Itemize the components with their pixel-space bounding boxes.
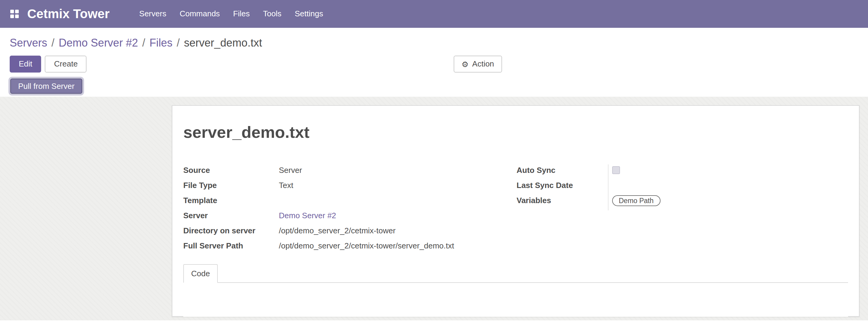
field-row-source: SourceServer [183,164,517,176]
nav-item-tools[interactable]: Tools [256,0,288,28]
field-group-right: Auto SyncLast Sync DateVariablesDemo Pat… [517,164,848,255]
field-row-last-sync-date: Last Sync Date [517,180,848,191]
field-label-auto-sync: Auto Sync [517,164,612,176]
breadcrumb-servers[interactable]: Servers [10,37,47,49]
field-label-directory-on-server: Directory on server [183,225,279,236]
button-row: Edit Create ⚙ Action [10,56,858,72]
nav-item-servers[interactable]: Servers [132,0,173,28]
pull-row: Pull from Server [10,78,858,94]
content-area: server_demo.txt SourceServerFile TypeTex… [0,97,868,320]
field-value-source: Server [279,164,517,176]
tab-bar: Code [183,264,848,283]
field-row-directory-on-server: Directory on server/opt/demo_server_2/ce… [183,225,517,236]
field-label-file-type: File Type [183,180,279,191]
control-panel: Servers/Demo Server #2/Files/server_demo… [0,28,868,97]
field-value-template [279,195,517,206]
form-sheet: server_demo.txt SourceServerFile TypeTex… [172,105,860,317]
field-row-template: Template [183,195,517,206]
field-row-full-server-path: Full Server Path/opt/demo_server_2/cetmi… [183,240,517,252]
field-row-file-type: File TypeText [183,180,517,191]
field-label-server: Server [183,210,279,221]
breadcrumb-separator: / [173,37,184,49]
field-groups: SourceServerFile TypeTextTemplateServerD… [183,164,848,255]
gear-icon: ⚙ [462,60,468,68]
tab-code[interactable]: Code [183,264,218,283]
create-button[interactable]: Create [45,56,87,72]
field-value-file-type: Text [279,180,517,191]
breadcrumb-separator: / [138,37,149,49]
nav-item-commands[interactable]: Commands [173,0,226,28]
field-value-full-server-path: /opt/demo_server_2/cetmix-tower/server_d… [279,240,517,252]
apps-menu-icon[interactable] [10,10,19,18]
field-value-server[interactable]: Demo Server #2 [279,210,517,221]
breadcrumb: Servers/Demo Server #2/Files/server_demo… [10,36,858,50]
app-window: Cetmix Tower ServersCommandsFilesToolsSe… [0,0,868,324]
navbar-menu: ServersCommandsFilesToolsSettings [132,0,330,28]
action-button[interactable]: ⚙ Action [454,56,502,72]
breadcrumb-files[interactable]: Files [149,37,173,49]
breadcrumb-demo-server-2[interactable]: Demo Server #2 [59,37,138,49]
auto-sync-checkbox[interactable] [612,166,620,174]
notebook: Code [183,264,848,317]
field-value-auto-sync [612,164,848,176]
pull-from-server-button[interactable]: Pull from Server [10,78,82,94]
top-navbar: Cetmix Tower ServersCommandsFilesToolsSe… [0,0,868,28]
column-divider [608,164,609,210]
field-label-template: Template [183,195,279,206]
field-row-auto-sync: Auto Sync [517,164,848,176]
field-row-server: ServerDemo Server #2 [183,210,517,221]
breadcrumb-server-demo-txt: server_demo.txt [184,37,262,49]
tag-demo-path: Demo Path [612,195,660,206]
breadcrumb-separator: / [47,37,59,49]
field-label-last-sync-date: Last Sync Date [517,180,612,191]
field-value-directory-on-server: /opt/demo_server_2/cetmix-tower [279,225,517,236]
field-label-source: Source [183,164,279,176]
app-brand[interactable]: Cetmix Tower [27,7,110,21]
field-label-full-server-path: Full Server Path [183,240,279,252]
field-group-left: SourceServerFile TypeTextTemplateServerD… [183,164,517,255]
nav-item-files[interactable]: Files [226,0,256,28]
field-row-variables: VariablesDemo Path [517,195,848,206]
tab-content-code [183,283,848,317]
record-title: server_demo.txt [183,123,848,143]
nav-item-settings[interactable]: Settings [288,0,330,28]
action-button-label: Action [472,56,494,72]
edit-button[interactable]: Edit [10,56,41,72]
field-value-variables: Demo Path [612,195,848,206]
field-label-variables: Variables [517,195,612,206]
field-value-last-sync-date [612,180,848,191]
